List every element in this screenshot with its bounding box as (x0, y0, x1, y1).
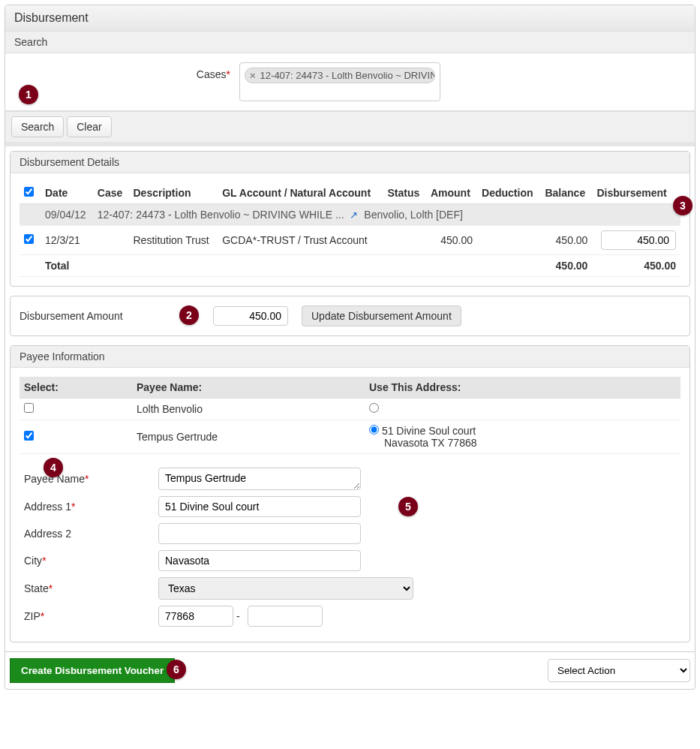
zip-ext-input[interactable] (248, 606, 323, 627)
payee-row: Lolth Benvolio (20, 399, 680, 420)
payee-select-checkbox[interactable] (24, 431, 34, 441)
search-section-header: Search (5, 32, 695, 53)
row-disbursement-input[interactable] (601, 230, 676, 250)
callout-2: 2 (179, 305, 199, 325)
details-table: Date Case Description GL Account / Natur… (20, 182, 680, 277)
callout-1: 1 (19, 85, 38, 104)
address2-input[interactable] (158, 523, 361, 544)
detail-row: 12/3/21 Restitution Trust GCDA*-TRUST / … (20, 226, 680, 255)
zip-label: ZIP* (20, 610, 158, 622)
row-checkbox[interactable] (24, 234, 34, 244)
clear-button[interactable]: Clear (67, 116, 111, 137)
payee-row: Tempus Gertrude 51 Divine Soul court Nav… (20, 420, 680, 454)
zip-input[interactable] (158, 606, 233, 627)
search-button[interactable]: Search (11, 116, 64, 137)
payee-col-select: Select: (20, 377, 132, 399)
payee-name-cell: Lolth Benvolio (132, 399, 365, 420)
address2-label: Address 2 (20, 528, 158, 540)
address1-input[interactable] (158, 496, 361, 517)
cases-label: Cases* (14, 62, 239, 80)
callout-5: 5 (398, 497, 418, 516)
callout-4: 4 (44, 458, 63, 477)
payee-name-cell: Tempus Gertrude (132, 420, 365, 454)
disb-amount-label: Disbursement Amount (20, 310, 170, 322)
state-label: State* (20, 582, 158, 594)
details-section-header: Disbursement Details (11, 152, 689, 173)
col-status: Status (383, 182, 426, 204)
payee-col-name: Payee Name: (132, 377, 365, 399)
create-disbursement-voucher-button[interactable]: Create Disbursement Voucher (10, 658, 175, 683)
col-gl: GL Account / Natural Account (218, 182, 383, 204)
select-action-dropdown[interactable]: Select Action (548, 659, 690, 682)
payee-address-line2: Navasota TX 77868 (384, 437, 477, 449)
update-disb-amount-button[interactable]: Update Disbursement Amount (302, 305, 461, 326)
case-tag[interactable]: × 12-407: 24473 - Lolth Benvolio ~ DRIVI… (245, 68, 435, 83)
select-all-checkbox[interactable] (24, 187, 34, 197)
address1-label: Address 1* (20, 501, 158, 513)
city-input[interactable] (158, 550, 361, 571)
col-description: Description (128, 182, 218, 204)
payee-name-input[interactable]: Tempus Gertrude (158, 468, 361, 490)
case-tag-text: 12-407: 24473 - Lolth Benvolio ~ DRIVING… (260, 70, 435, 81)
callout-6: 6 (167, 660, 186, 679)
col-date: Date (41, 182, 93, 204)
payee-select-checkbox[interactable] (24, 403, 34, 413)
payee-col-address: Use This Address: (365, 377, 680, 399)
cases-tag-input[interactable]: × 12-407: 24473 - Lolth Benvolio ~ DRIVI… (239, 62, 440, 101)
state-select[interactable]: Texas (158, 577, 413, 600)
payee-address-radio[interactable] (369, 425, 379, 435)
payee-name-label: Payee Name* (20, 473, 158, 485)
col-amount: Amount (426, 182, 477, 204)
col-case: Case (93, 182, 129, 204)
callout-3: 3 (673, 196, 692, 215)
city-label: City* (20, 555, 158, 567)
disb-amount-input[interactable] (213, 306, 288, 326)
case-group-row: 09/04/12 12-407: 24473 - Lolth Benvolio … (20, 204, 680, 226)
col-deduction: Deduction (477, 182, 540, 204)
payee-address-radio[interactable] (369, 403, 379, 413)
payee-section-header: Payee Information (11, 346, 689, 368)
payee-address-line1: 51 Divine Soul court (382, 425, 476, 437)
col-balance: Balance (540, 182, 592, 204)
remove-case-icon[interactable]: × (250, 70, 256, 81)
external-link-icon[interactable]: ↗ (350, 209, 358, 221)
page-title: Disbursement (5, 5, 695, 32)
col-disbursement: Disbursement (592, 182, 680, 204)
total-row: Total 450.00 450.00 (20, 255, 680, 277)
